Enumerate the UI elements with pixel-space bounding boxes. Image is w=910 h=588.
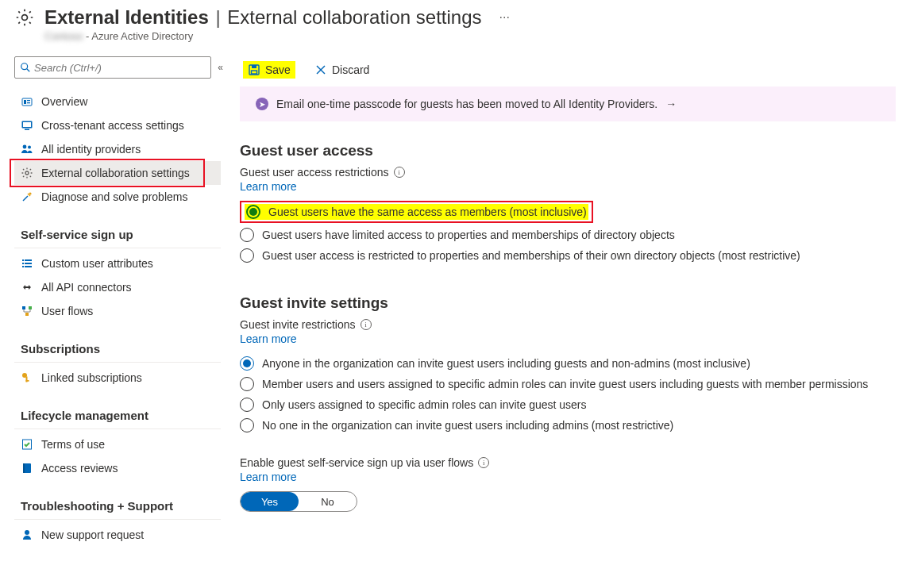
info-icon[interactable]: i	[394, 167, 405, 178]
search-icon	[20, 62, 31, 73]
nav-terms-of-use[interactable]: Terms of use	[14, 432, 221, 456]
radio-guest-access-3[interactable]: Guest user access is restricted to prope…	[240, 245, 896, 266]
radio-guest-invite-4[interactable]: No one in the organization can invite gu…	[240, 415, 896, 436]
divider	[14, 519, 221, 520]
nav-group-troubleshooting: Troubleshooting + Support	[14, 496, 221, 516]
gear-icon	[21, 167, 33, 179]
svg-rect-8	[23, 122, 31, 127]
self-service-toggle[interactable]: Yes No	[240, 491, 357, 512]
save-label: Save	[265, 63, 291, 76]
nav-label: All identity providers	[41, 143, 141, 156]
svg-point-1	[21, 63, 28, 70]
highlight-box: Guest users have the same access as memb…	[240, 201, 593, 223]
nav-label: Overview	[41, 95, 87, 108]
svg-point-13	[29, 192, 31, 194]
field-text: Guest user access restrictions	[240, 166, 389, 179]
nav-access-reviews[interactable]: Access reviews	[14, 456, 221, 480]
info-icon[interactable]: i	[361, 319, 372, 330]
learn-more-link[interactable]: Learn more	[240, 180, 297, 193]
radio-guest-access-1[interactable]: Guest users have the same access as memb…	[245, 204, 588, 220]
svg-rect-9	[25, 129, 29, 131]
section-guest-access: Guest user access	[240, 142, 896, 159]
search-input[interactable]	[34, 62, 206, 74]
radio-guest-invite-3[interactable]: Only users assigned to specific admin ro…	[240, 394, 896, 415]
save-button[interactable]: Save	[243, 61, 295, 79]
radio-icon	[240, 248, 254, 263]
nav-label: All API connectors	[41, 281, 132, 294]
header-title-sub: External collaboration settings	[227, 6, 481, 28]
radio-icon	[240, 356, 254, 371]
radio-guest-invite-2[interactable]: Member users and users assigned to speci…	[240, 374, 896, 394]
nav-api-connectors[interactable]: All API connectors	[14, 275, 221, 299]
book-icon	[21, 462, 33, 475]
more-actions-icon[interactable]: ···	[499, 10, 510, 25]
tenant-name-blurred: Contoso	[44, 30, 83, 42]
banner-text: Email one-time passcode for guests has b…	[276, 98, 657, 110]
arrow-right-icon[interactable]: →	[665, 98, 677, 110]
nav-label: Diagnose and solve problems	[41, 190, 187, 203]
divider	[14, 429, 221, 429]
nav-diagnose[interactable]: Diagnose and solve problems	[14, 185, 221, 209]
nav-identity-providers[interactable]: All identity providers	[14, 137, 221, 161]
discard-label: Discard	[332, 63, 369, 76]
nav-label: New support request	[41, 528, 144, 541]
learn-more-link[interactable]: Learn more	[240, 332, 297, 345]
toggle-no[interactable]: No	[299, 492, 357, 511]
save-icon	[248, 63, 260, 76]
svg-rect-14	[22, 259, 24, 261]
radio-label: Only users assigned to specific admin ro…	[262, 398, 587, 411]
svg-point-10	[23, 145, 27, 149]
header-title-sep: |	[215, 6, 220, 28]
radio-label: No one in the organization can invite gu…	[262, 419, 673, 432]
radio-label: Guest users have limited access to prope…	[262, 229, 675, 241]
sidebar-search[interactable]	[14, 56, 211, 79]
nav-external-collab[interactable]: External collaboration settings	[14, 161, 221, 185]
toggle-yes[interactable]: Yes	[241, 492, 299, 511]
info-icon[interactable]: i	[478, 457, 489, 468]
collapse-sidebar-icon[interactable]: «	[218, 62, 221, 73]
nav-label: Linked subscriptions	[41, 371, 142, 384]
key-icon	[21, 371, 33, 384]
header-title-main: External Identities	[44, 6, 209, 28]
gear-icon	[14, 7, 35, 28]
radio-icon	[240, 228, 254, 242]
nav-group-self-service: Self-service sign up	[14, 225, 221, 244]
svg-rect-31	[252, 65, 256, 68]
nav-custom-attributes[interactable]: Custom user attributes	[14, 252, 221, 275]
nav-label: Access reviews	[41, 462, 118, 475]
nav-linked-subscriptions[interactable]: Linked subscriptions	[14, 366, 221, 390]
svg-rect-3	[22, 98, 32, 106]
svg-rect-32	[252, 71, 257, 74]
info-banner: ➤ Email one-time passcode for guests has…	[240, 86, 896, 121]
people-icon	[21, 143, 33, 156]
svg-rect-21	[29, 306, 32, 309]
sidebar: « Overview Cross-tenant access settings …	[14, 56, 221, 547]
learn-more-link[interactable]: Learn more	[240, 471, 297, 483]
nav-new-support-request[interactable]: New support request	[14, 523, 221, 547]
check-doc-icon	[21, 438, 33, 451]
nav-user-flows[interactable]: User flows	[14, 299, 221, 323]
breadcrumb: Contoso - Azure Active Directory	[44, 30, 896, 42]
radio-icon	[240, 418, 254, 432]
svg-rect-28	[23, 463, 25, 473]
radio-icon	[240, 377, 254, 391]
radio-guest-invite-1[interactable]: Anyone in the organization can invite gu…	[240, 353, 896, 374]
discard-button[interactable]: Discard	[310, 61, 374, 79]
svg-rect-5	[27, 100, 30, 101]
nav-label: External collaboration settings	[41, 167, 190, 179]
nav-label: Cross-tenant access settings	[41, 119, 184, 132]
nav-overview[interactable]: Overview	[14, 90, 221, 113]
nav-group-lifecycle: Lifecycle management	[14, 405, 221, 425]
svg-rect-6	[27, 102, 30, 103]
nav-cross-tenant[interactable]: Cross-tenant access settings	[14, 113, 221, 137]
radio-icon	[246, 205, 260, 219]
nav-label: User flows	[41, 305, 93, 317]
section-guest-invite: Guest invite settings	[240, 294, 896, 312]
nav-group-subscriptions: Subscriptions	[14, 339, 221, 359]
page-header: External Identities | External collabora…	[14, 6, 896, 29]
radio-label: Anyone in the organization can invite gu…	[262, 357, 750, 370]
svg-rect-20	[22, 306, 25, 309]
radio-guest-access-2[interactable]: Guest users have limited access to prope…	[240, 225, 896, 245]
svg-rect-17	[25, 263, 32, 264]
flow-icon	[21, 305, 33, 317]
